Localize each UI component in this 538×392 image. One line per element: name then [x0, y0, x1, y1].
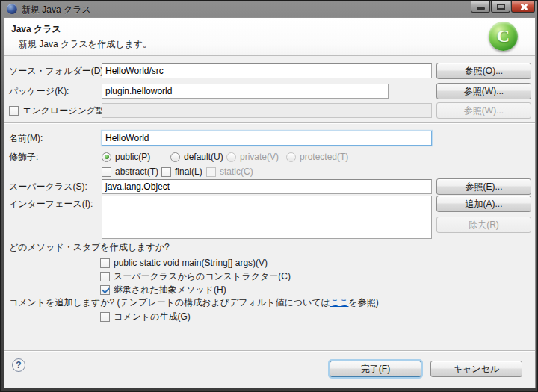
window-title: 新規 Java クラス: [22, 4, 91, 16]
source-folder-input[interactable]: [102, 63, 432, 78]
cancel-button[interactable]: キャンセル: [430, 361, 522, 377]
page-subtitle: 新規 Java クラスを作成します。: [19, 38, 152, 51]
modifiers-label: 修飾子:: [9, 149, 38, 164]
help-button[interactable]: ?: [12, 358, 25, 372]
browse-source-folder-button[interactable]: 参照(O)...: [436, 63, 531, 79]
package-label: パッケージ(K):: [9, 84, 69, 99]
checkbox-icon: [100, 272, 110, 281]
comments-question: コメントを追加しますか? (テンプレートの構成およびデフォルト値についてはここを…: [9, 295, 379, 310]
checkbox-icon: [161, 167, 171, 177]
source-folder-label: ソース・フォルダー(D):: [9, 63, 106, 78]
inherited-abstract-methods-checkbox[interactable]: 継承された抽象メソッド(H): [100, 284, 226, 296]
checkbox-icon: [100, 312, 110, 322]
maximize-button[interactable]: [491, 1, 510, 13]
interfaces-list[interactable]: [102, 196, 432, 239]
maximize-icon: [497, 4, 505, 10]
class-name-input[interactable]: [102, 131, 432, 146]
modifier-checkbox-final[interactable]: final(L): [161, 166, 202, 178]
superclass-label: スーパークラス(S):: [9, 179, 87, 194]
checkbox-icon: [9, 106, 19, 116]
remove-interface-button: 除去(R): [436, 217, 531, 233]
separator: [4, 350, 535, 352]
main-method-checkbox[interactable]: public static void main(String[] args)(V…: [100, 257, 268, 269]
browse-enclosing-type-button: 参照(W)...: [436, 102, 531, 119]
dialog-window: 新規 Java クラス Java クラス 新規 Java クラスを作成します。 …: [0, 0, 538, 392]
finish-button[interactable]: 完了(F): [330, 361, 421, 377]
modifier-radio-public[interactable]: public(P): [102, 151, 150, 163]
add-interface-button[interactable]: 追加(A)...: [436, 196, 531, 212]
template-config-link[interactable]: ここ: [330, 297, 349, 308]
method-stubs-question: どのメソッド・スタブを作成しますか?: [9, 240, 170, 255]
radio-icon: [102, 152, 111, 162]
checkbox-icon: [100, 285, 110, 295]
titlebar[interactable]: 新規 Java クラス: [1, 1, 537, 17]
generate-comments-checkbox[interactable]: コメントの生成(G): [100, 311, 191, 323]
wizard-header: Java クラス 新規 Java クラスを作成します。 C: [4, 18, 535, 56]
minimize-icon: [477, 7, 485, 10]
new-class-wizard-icon: C: [489, 22, 518, 51]
modifier-radio-private: private(V): [226, 151, 279, 163]
superclass-constructors-checkbox[interactable]: スーパークラスからのコンストラクター(C): [100, 270, 291, 282]
eclipse-app-icon: [7, 4, 17, 14]
package-input[interactable]: [102, 84, 389, 99]
radio-icon: [226, 152, 236, 162]
minimize-button[interactable]: [471, 1, 490, 13]
modifier-radio-default[interactable]: default(U): [170, 151, 223, 163]
name-label: 名前(M):: [9, 131, 43, 146]
browse-package-button[interactable]: 参照(W)...: [436, 83, 531, 99]
close-button[interactable]: [511, 1, 535, 13]
separator: [4, 122, 535, 124]
checkbox-icon: [100, 258, 110, 268]
superclass-input[interactable]: [102, 179, 432, 194]
checkbox-icon: [102, 167, 111, 177]
radio-icon: [170, 152, 180, 162]
dialog-content: Java クラス 新規 Java クラスを作成します。 C ソース・フォルダー(…: [4, 17, 536, 388]
checkbox-icon: [206, 167, 216, 177]
interfaces-label: インターフェース(I):: [9, 196, 93, 211]
enclosing-type-input: [102, 103, 432, 118]
modifier-radio-protected: protected(T): [286, 151, 348, 163]
radio-icon: [286, 152, 296, 162]
modifier-checkbox-abstract[interactable]: abstract(T): [102, 166, 158, 178]
modifier-checkbox-static: static(C): [206, 166, 253, 178]
browse-superclass-button[interactable]: 参照(E)...: [436, 178, 531, 195]
page-title: Java クラス: [11, 23, 61, 36]
